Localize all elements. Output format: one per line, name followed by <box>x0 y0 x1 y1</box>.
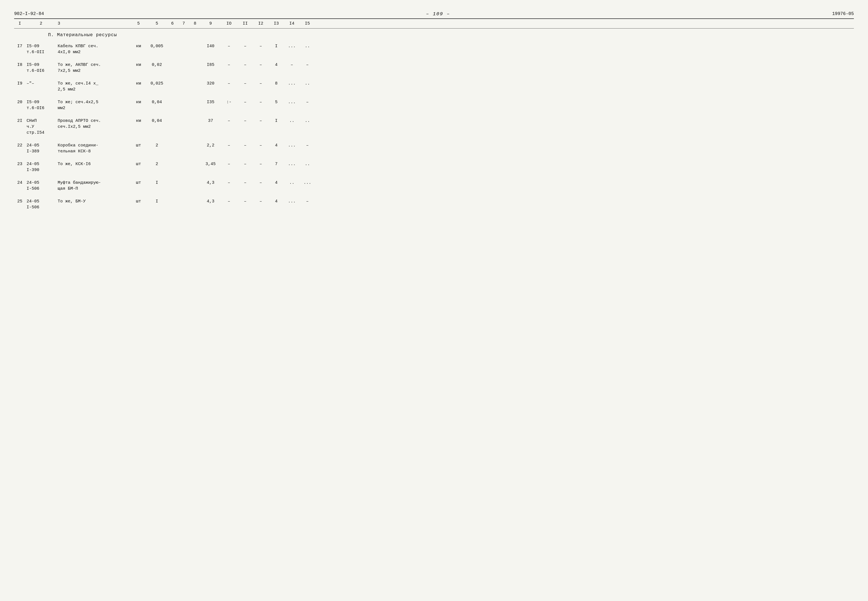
row-desc: Кабель КПВГ сеч. 4хI,0 мм2 <box>56 43 130 56</box>
col-header-14: I4 <box>284 21 300 27</box>
row-c14: ... <box>284 43 300 50</box>
row-c9: I85 <box>201 61 221 69</box>
row-c14: ... <box>284 142 300 149</box>
row-c10: :- <box>221 99 238 106</box>
header-center: – 109 – <box>426 11 450 17</box>
row-unit: шт <box>130 142 147 149</box>
row-num: I8 <box>14 61 26 69</box>
row-c6 <box>167 80 178 81</box>
row-c12: – <box>253 179 268 186</box>
row-c10: – <box>221 198 238 205</box>
row-c12: – <box>253 160 268 168</box>
row-c11: – <box>238 142 253 149</box>
row-c8 <box>189 99 201 100</box>
row-c11: – <box>238 160 253 168</box>
row-c13: 7 <box>268 160 284 168</box>
row-c9: I40 <box>201 43 221 50</box>
row-desc: Провод АПРТО сеч. сеч.Iх2,5 мм2 <box>56 117 130 130</box>
table-row: 2424-05 I-506Муфта бандажирую- щая БМ-Пш… <box>14 176 854 195</box>
row-desc: То же, КСК-I6 <box>56 160 130 168</box>
row-desc: То же; сеч.4х2,5 мм2 <box>56 99 130 112</box>
row-qty: I <box>147 198 167 205</box>
row-c14: .. <box>284 179 300 186</box>
row-c8 <box>189 61 201 63</box>
row-c14: – <box>284 61 300 69</box>
row-c9: 3,45 <box>201 160 221 168</box>
row-c11: – <box>238 43 253 50</box>
page-header: 902–I–92-84 – 109 – 19976-05 <box>14 11 854 17</box>
row-qty: 0,04 <box>147 99 167 106</box>
row-c11: – <box>238 179 253 186</box>
row-c14: ... <box>284 99 300 106</box>
row-c13: I <box>268 43 284 50</box>
col-header-8: 8 <box>189 21 201 27</box>
row-unit: км <box>130 80 147 87</box>
row-c12: – <box>253 142 268 149</box>
row-c7 <box>178 80 189 81</box>
row-c15: .. <box>300 117 315 124</box>
row-c10: – <box>221 142 238 149</box>
row-c10: – <box>221 80 238 87</box>
col-header-5: 5 <box>147 21 167 27</box>
row-c12: – <box>253 198 268 205</box>
row-c9: 37 <box>201 117 221 124</box>
row-c13: 4 <box>268 61 284 69</box>
row-ref: I5-09 т.6-OI6 <box>26 99 56 112</box>
row-num: 2I <box>14 117 26 124</box>
row-c10: – <box>221 160 238 168</box>
section-title: П. Материальные ресурсы <box>14 29 854 40</box>
row-c15: .. <box>300 43 315 50</box>
col-header-1: I <box>14 21 26 27</box>
col-header-13: I3 <box>268 21 284 27</box>
row-ref: 24-05 I-389 <box>26 142 56 155</box>
row-c15: – <box>300 142 315 149</box>
row-c8 <box>189 43 201 44</box>
row-c14: ... <box>284 80 300 87</box>
row-c15: .. <box>300 160 315 168</box>
row-c12: – <box>253 61 268 69</box>
row-c12: – <box>253 80 268 87</box>
row-c7 <box>178 198 189 199</box>
row-qty: 0,025 <box>147 80 167 87</box>
row-c10: – <box>221 117 238 124</box>
row-c15: – <box>300 99 315 106</box>
row-c11: – <box>238 80 253 87</box>
row-num: 25 <box>14 198 26 205</box>
row-c14: ... <box>284 160 300 168</box>
row-c8 <box>189 117 201 119</box>
row-c9: I35 <box>201 99 221 106</box>
row-c12: – <box>253 117 268 124</box>
col-header-7: 7 <box>178 21 189 27</box>
data-rows: I7I5-09 т.6-OIIКабель КПВГ сеч. 4хI,0 мм… <box>14 40 854 214</box>
row-ref: 24-05 I-390 <box>26 160 56 174</box>
row-qty: 2 <box>147 142 167 149</box>
table-row: 2524-05 I-506То же, БМ-УштI4,3–––4...– <box>14 195 854 214</box>
row-c6 <box>167 117 178 119</box>
row-ref: 24-05 I-506 <box>26 179 56 192</box>
row-unit: км <box>130 117 147 124</box>
row-num: I9 <box>14 80 26 87</box>
row-qty: 2 <box>147 160 167 168</box>
row-desc: Коробка соедини- тельная КСК-8 <box>56 142 130 155</box>
row-c11: – <box>238 198 253 205</box>
row-num: 24 <box>14 179 26 186</box>
header-right: 19976-05 <box>832 11 854 17</box>
row-num: 23 <box>14 160 26 168</box>
col-header-12: I2 <box>253 21 268 27</box>
header-left: 902–I–92-84 <box>14 11 44 17</box>
row-c7 <box>178 99 189 100</box>
row-c10: – <box>221 179 238 186</box>
row-desc: То же, сеч.I4 х_ 2,5 мм2 <box>56 80 130 93</box>
row-c6 <box>167 142 178 143</box>
row-c15: ... <box>300 179 315 186</box>
row-c15: – <box>300 198 315 205</box>
row-c7 <box>178 43 189 44</box>
row-ref: I5-09 т.6-OI6 <box>26 61 56 74</box>
row-c14: .. <box>284 117 300 124</box>
row-c13: 4 <box>268 142 284 149</box>
row-c10: – <box>221 43 238 50</box>
row-qty: 0,02 <box>147 61 167 69</box>
col-header-3: 3 <box>56 21 130 27</box>
row-ref: –"– <box>26 80 56 87</box>
row-c11: – <box>238 117 253 124</box>
